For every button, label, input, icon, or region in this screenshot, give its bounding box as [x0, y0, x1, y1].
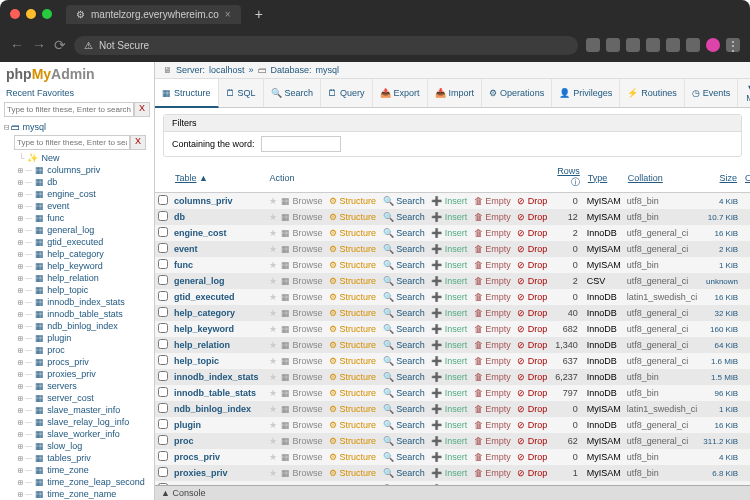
forward-button[interactable]: →: [32, 37, 46, 53]
favorite-star-icon[interactable]: ★: [269, 468, 277, 478]
drop-action[interactable]: ⊘ Drop: [515, 292, 549, 302]
expand-icon[interactable]: ⊞: [18, 238, 23, 247]
tree-table-item[interactable]: ⊞─▦ndb_binlog_index: [18, 320, 150, 332]
tree-table-item[interactable]: ⊞─▦db: [18, 176, 150, 188]
expand-icon[interactable]: ⊞: [18, 190, 23, 199]
search-action[interactable]: 🔍 Search: [381, 324, 427, 334]
table-filter-input[interactable]: [14, 135, 130, 150]
expand-icon[interactable]: ⊞: [18, 346, 23, 355]
tree-table-item[interactable]: ⊞─▦func: [18, 212, 150, 224]
tab-privileges[interactable]: 👤Privileges: [552, 79, 620, 107]
table-name-link[interactable]: procs_priv: [174, 452, 220, 462]
expand-icon[interactable]: ⊞: [18, 406, 23, 415]
search-action[interactable]: 🔍 Search: [381, 404, 427, 414]
tree-table-item[interactable]: ⊞─▦slave_relay_log_info: [18, 416, 150, 428]
tab-operations[interactable]: ⚙Operations: [482, 79, 552, 107]
browser-tab[interactable]: ⚙ mantelzorg.everywhereim.co ×: [66, 5, 241, 24]
expand-icon[interactable]: ⊞: [18, 178, 23, 187]
expand-icon[interactable]: ⊞: [18, 322, 23, 331]
insert-action[interactable]: ➕ Insert: [429, 292, 469, 302]
empty-action[interactable]: 🗑 Empty: [472, 388, 513, 398]
favorite-star-icon[interactable]: ★: [269, 260, 277, 270]
drop-action[interactable]: ⊘ Drop: [515, 308, 549, 318]
expand-icon[interactable]: ⊞: [18, 394, 23, 403]
profile-avatar[interactable]: [706, 38, 720, 52]
drop-action[interactable]: ⊘ Drop: [515, 404, 549, 414]
insert-action[interactable]: ➕ Insert: [429, 340, 469, 350]
favorite-star-icon[interactable]: ★: [269, 404, 277, 414]
expand-icon[interactable]: ⊞: [18, 442, 23, 451]
search-action[interactable]: 🔍 Search: [381, 292, 427, 302]
expand-icon[interactable]: ⊞: [18, 334, 23, 343]
drop-action[interactable]: ⊘ Drop: [515, 436, 549, 446]
tree-table-item[interactable]: ⊞─▦help_topic: [18, 284, 150, 296]
structure-action[interactable]: ⚙ Structure: [327, 468, 378, 478]
expand-icon[interactable]: ⊞: [18, 382, 23, 391]
insert-action[interactable]: ➕ Insert: [429, 452, 469, 462]
row-checkbox[interactable]: [158, 323, 168, 333]
empty-action[interactable]: 🗑 Empty: [472, 244, 513, 254]
favorite-star-icon[interactable]: ★: [269, 452, 277, 462]
favorite-star-icon[interactable]: ★: [269, 292, 277, 302]
tree-table-item[interactable]: ⊞─▦time_zone_leap_second: [18, 476, 150, 488]
row-checkbox[interactable]: [158, 355, 168, 365]
table-name-link[interactable]: help_category: [174, 308, 235, 318]
drop-action[interactable]: ⊘ Drop: [515, 356, 549, 366]
expand-icon[interactable]: ⊞: [18, 226, 23, 235]
tree-table-item[interactable]: ⊞─▦general_log: [18, 224, 150, 236]
row-checkbox[interactable]: [158, 371, 168, 381]
row-checkbox[interactable]: [158, 211, 168, 221]
favorite-star-icon[interactable]: ★: [269, 420, 277, 430]
search-action[interactable]: 🔍 Search: [381, 276, 427, 286]
expand-icon[interactable]: ⊞: [18, 454, 23, 463]
structure-action[interactable]: ⚙ Structure: [327, 244, 378, 254]
search-action[interactable]: 🔍 Search: [381, 212, 427, 222]
row-checkbox[interactable]: [158, 419, 168, 429]
insert-action[interactable]: ➕ Insert: [429, 260, 469, 270]
expand-icon[interactable]: ⊞: [18, 466, 23, 475]
table-name-link[interactable]: gtid_executed: [174, 292, 235, 302]
tree-new-item[interactable]: └ ✨ New: [18, 152, 150, 164]
window-minimize-icon[interactable]: [26, 9, 36, 19]
insert-action[interactable]: ➕ Insert: [429, 388, 469, 398]
browse-action[interactable]: ▦ Browse: [279, 468, 325, 478]
structure-action[interactable]: ⚙ Structure: [327, 388, 378, 398]
insert-action[interactable]: ➕ Insert: [429, 308, 469, 318]
expand-icon[interactable]: ⊞: [18, 418, 23, 427]
row-checkbox[interactable]: [158, 291, 168, 301]
favorite-star-icon[interactable]: ★: [269, 228, 277, 238]
tree-table-item[interactable]: ⊞─▦tables_priv: [18, 452, 150, 464]
tab-events[interactable]: ◷Events: [685, 79, 739, 107]
drop-action[interactable]: ⊘ Drop: [515, 452, 549, 462]
search-action[interactable]: 🔍 Search: [381, 356, 427, 366]
drop-action[interactable]: ⊘ Drop: [515, 372, 549, 382]
row-checkbox[interactable]: [158, 275, 168, 285]
expand-icon[interactable]: ⊞: [18, 214, 23, 223]
tree-table-item[interactable]: ⊞─▦proxies_priv: [18, 368, 150, 380]
drop-action[interactable]: ⊘ Drop: [515, 260, 549, 270]
row-checkbox[interactable]: [158, 435, 168, 445]
expand-icon[interactable]: ⊞: [18, 358, 23, 367]
table-name-link[interactable]: plugin: [174, 420, 201, 430]
favorite-star-icon[interactable]: ★: [269, 212, 277, 222]
empty-action[interactable]: 🗑 Empty: [472, 260, 513, 270]
expand-icon[interactable]: ⊞: [18, 310, 23, 319]
browse-action[interactable]: ▦ Browse: [279, 260, 325, 270]
empty-action[interactable]: 🗑 Empty: [472, 420, 513, 430]
drop-action[interactable]: ⊘ Drop: [515, 420, 549, 430]
tree-table-item[interactable]: ⊞─▦plugin: [18, 332, 150, 344]
structure-action[interactable]: ⚙ Structure: [327, 356, 378, 366]
structure-action[interactable]: ⚙ Structure: [327, 196, 378, 206]
row-checkbox[interactable]: [158, 403, 168, 413]
empty-action[interactable]: 🗑 Empty: [472, 356, 513, 366]
row-checkbox[interactable]: [158, 227, 168, 237]
empty-action[interactable]: 🗑 Empty: [472, 292, 513, 302]
ext-icon[interactable]: [626, 38, 640, 52]
table-name-link[interactable]: general_log: [174, 276, 225, 286]
table-name-link[interactable]: columns_priv: [174, 196, 233, 206]
expand-icon[interactable]: ⊞: [18, 262, 23, 271]
search-action[interactable]: 🔍 Search: [381, 308, 427, 318]
structure-action[interactable]: ⚙ Structure: [327, 340, 378, 350]
structure-action[interactable]: ⚙ Structure: [327, 228, 378, 238]
expand-icon[interactable]: ⊞: [18, 286, 23, 295]
